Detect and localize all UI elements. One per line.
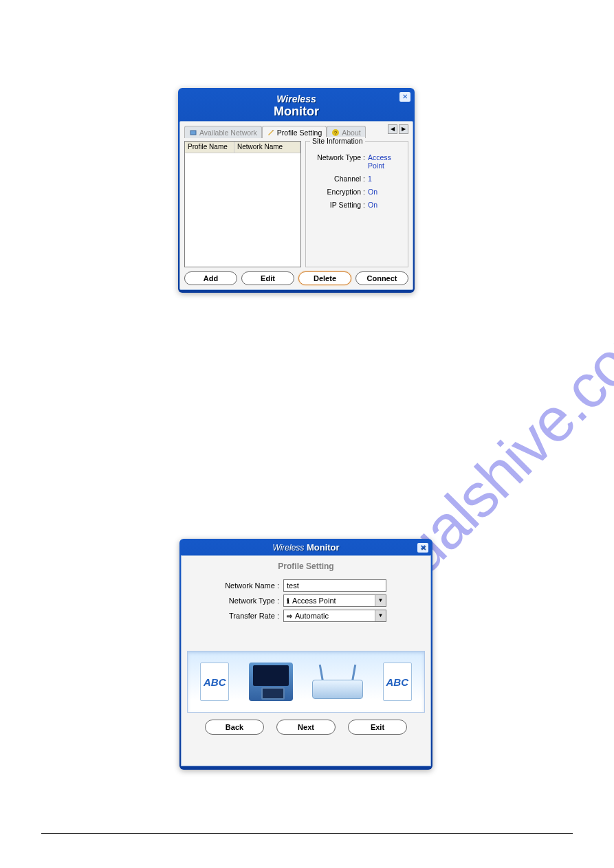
wireless-monitor-profiles-window: Wireless Monitor ✕ Available Network Pro…: [178, 88, 415, 293]
tab-available-network[interactable]: Available Network: [184, 126, 262, 138]
select-value: Access Point: [292, 597, 336, 605]
list-header: Profile Name Network Name: [185, 142, 300, 153]
router-icon: [312, 665, 363, 699]
window-body: Profile Setting Network Name : test Netw…: [181, 555, 431, 766]
info-icon: ℹ: [287, 597, 289, 605]
transfer-rate-label: Transfer Rate :: [187, 612, 283, 620]
laptop-icon: [249, 663, 293, 701]
network-type-label: Network Type :: [187, 597, 283, 605]
window-body: Available Network Profile Setting ? Abou…: [179, 121, 413, 290]
abc-page-icon: [383, 663, 412, 701]
exit-button[interactable]: Exit: [348, 720, 407, 735]
ip-setting-label: IP Setting :: [310, 201, 365, 209]
tab-label: Available Network: [199, 129, 257, 137]
arrow-icon: ⇨: [287, 612, 292, 620]
wireless-monitor-wizard-window: Wireless Monitor ✕ Profile Setting Netwo…: [179, 539, 432, 770]
network-icon: [189, 129, 197, 137]
add-button[interactable]: Add: [184, 271, 237, 285]
tab-scroll-right[interactable]: ▶: [399, 124, 408, 134]
network-type-label: Network Type :: [310, 153, 365, 170]
question-icon: ?: [331, 129, 340, 137]
wizard-illustration: [187, 651, 425, 713]
title-small: Wireless: [179, 89, 413, 104]
input-value: test: [287, 581, 299, 590]
close-button[interactable]: ✕: [399, 92, 410, 102]
tab-label: Profile Setting: [277, 129, 322, 137]
site-information-group: Site Information Network Type : Access P…: [305, 141, 408, 267]
group-legend: Site Information: [310, 137, 365, 145]
select-value: Automatic: [295, 612, 329, 620]
col-profile-name[interactable]: Profile Name: [185, 142, 234, 153]
col-network-name[interactable]: Network Name: [234, 142, 300, 153]
tab-scroll-nav: ◀ ▶: [388, 124, 408, 134]
delete-button[interactable]: Delete: [298, 271, 351, 285]
pencil-icon: [267, 129, 275, 137]
titlebar: Wireless Monitor ✕: [179, 89, 413, 121]
transfer-rate-select[interactable]: ⇨ Automatic ▼: [283, 610, 386, 622]
next-button[interactable]: Next: [276, 720, 336, 735]
connect-button[interactable]: Connect: [355, 271, 408, 285]
encryption-label: Encryption :: [310, 188, 365, 196]
footer-rule: [41, 833, 573, 834]
title-small: Wireless: [272, 543, 304, 553]
chevron-down-icon[interactable]: ▼: [375, 610, 386, 621]
encryption-value: On: [365, 188, 404, 196]
network-name-input[interactable]: test: [283, 579, 386, 592]
channel-value: 1: [365, 175, 404, 183]
title-big: Monitor: [307, 542, 340, 553]
channel-label: Channel :: [310, 175, 365, 183]
svg-text:?: ?: [334, 130, 338, 136]
page-title: Profile Setting: [187, 561, 425, 571]
titlebar: Wireless Monitor ✕: [181, 540, 431, 555]
profile-list[interactable]: Profile Name Network Name: [184, 141, 301, 267]
svg-rect-0: [190, 131, 196, 135]
tab-scroll-left[interactable]: ◀: [388, 124, 397, 134]
title-big: Monitor: [179, 104, 413, 119]
edit-button[interactable]: Edit: [241, 271, 294, 285]
abc-page-icon: [200, 663, 229, 701]
chevron-down-icon[interactable]: ▼: [375, 595, 386, 606]
back-button[interactable]: Back: [205, 720, 264, 735]
tab-row: Available Network Profile Setting ? Abou…: [184, 124, 408, 138]
tab-label: About: [342, 129, 360, 137]
ip-setting-value: On: [365, 201, 404, 209]
network-type-select[interactable]: ℹ Access Point ▼: [283, 594, 386, 607]
network-type-value: Access Point: [365, 153, 404, 170]
close-button[interactable]: ✕: [417, 543, 428, 553]
network-name-label: Network Name :: [187, 581, 283, 590]
